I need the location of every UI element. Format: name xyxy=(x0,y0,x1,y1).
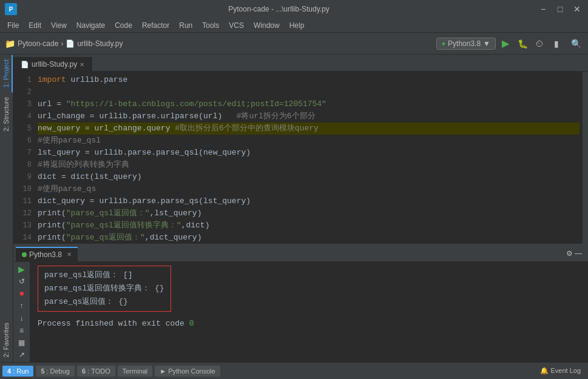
run-up-button[interactable]: ↑ xyxy=(15,301,29,310)
output-line-1: parse_qsl返回值： [] xyxy=(44,269,164,282)
code-content[interactable]: import urllib.parse url = "https://i-bet… xyxy=(35,72,582,244)
project-breadcrumb: 📁 Pytoon-cade › 📄 urllib-Study.py xyxy=(5,39,123,49)
maximize-button[interactable]: □ xyxy=(554,3,566,15)
profile-button[interactable]: ⏲ xyxy=(532,36,547,51)
minimize-button[interactable]: − xyxy=(537,3,549,15)
chevron-down-icon: ▼ xyxy=(483,39,490,48)
run-rerun-button[interactable]: ↺ xyxy=(15,277,29,286)
notification-icon: 🔔 xyxy=(540,367,549,374)
run-tab-label: Python3.8 xyxy=(29,250,62,259)
app-logo: P xyxy=(5,3,17,15)
code-line-11: dict_query = urllib.parse.parse_qs(lst_q… xyxy=(38,195,580,207)
code-line-4: url_change = urllib.parse.urlparse(url) … xyxy=(38,110,580,122)
menubar: File Edit View Navigate Code Refactor Ru… xyxy=(0,18,588,33)
code-line-14: print("parse_qs返回值：",dict_query) xyxy=(38,232,580,244)
output-line-3: parse_qs返回值： {} xyxy=(44,295,164,309)
bottom-tab-todo[interactable]: 6: TODO xyxy=(77,366,115,377)
output-line-2: parse_qsl返回值转换字典： {} xyxy=(44,282,164,295)
tab-close-button[interactable]: ✕ xyxy=(79,61,84,68)
code-line-2 xyxy=(38,86,580,98)
menu-code[interactable]: Code xyxy=(110,20,137,31)
python-interpreter-selector[interactable]: ● Python3.8 ▼ xyxy=(436,38,496,50)
search-everywhere-button[interactable]: 🔍 xyxy=(569,36,583,51)
code-editor[interactable]: 12345 678910 1112131415 16 import urllib… xyxy=(13,72,588,244)
code-line-8: #将返回的列表转换为字典 xyxy=(38,159,580,171)
python-version-label: Python3.8 xyxy=(448,39,481,48)
editor-area: 📄 urllib-Study.py ✕ 12345 678910 1112131… xyxy=(13,55,588,362)
python-file-icon: 📄 xyxy=(21,61,29,69)
window-title: Pytoon-cade - ...\urllib-Study.py xyxy=(21,5,537,13)
run-status-dot xyxy=(22,252,27,257)
run-panel-content: ▶ ↺ ■ ↑ ↓ ≡ ▦ ↗ parse_qsl返回值： [] parse_q… xyxy=(13,262,588,362)
run-play-button[interactable]: ▶ xyxy=(15,264,29,274)
close-button[interactable]: ✕ xyxy=(571,3,583,15)
python-icon: ● xyxy=(442,40,445,47)
debug-tab-number: 5 xyxy=(41,367,44,375)
code-line-10: #使用parse_qs xyxy=(38,183,580,195)
toolbar: 📁 Pytoon-cade › 📄 urllib-Study.py ● Pyth… xyxy=(0,33,588,55)
run-tab-number: 4 xyxy=(7,367,11,375)
bottom-tab-python-console[interactable]: ► Python Console xyxy=(155,366,220,377)
menu-refactor[interactable]: Refactor xyxy=(137,20,174,31)
sidebar-tab-favorites[interactable]: 2: Favorites xyxy=(0,318,13,362)
run-wrap-button[interactable]: ≡ xyxy=(15,326,29,335)
menu-run[interactable]: Run xyxy=(174,20,197,31)
run-panel-tabs: Python3.8 ✕ ⚙ — xyxy=(13,245,588,262)
code-line-9: dict = dict(lst_query) xyxy=(38,171,580,183)
debug-tab-text: Debug xyxy=(50,367,70,375)
run-sidebar: ▶ ↺ ■ ↑ ↓ ≡ ▦ ↗ xyxy=(13,262,30,362)
window-controls: − □ ✕ xyxy=(537,3,583,15)
left-sidebar: 1: Project 2: Structure 2: Favorites xyxy=(0,55,13,362)
right-scrollbar[interactable] xyxy=(582,72,588,244)
menu-vcs[interactable]: VCS xyxy=(224,20,249,31)
main-area: 1: Project 2: Structure 2: Favorites 📄 u… xyxy=(0,55,588,362)
coverage-button[interactable]: ▮ xyxy=(549,36,564,51)
menu-edit[interactable]: Edit xyxy=(24,20,46,31)
sidebar-tab-structure[interactable]: 2: Structure xyxy=(0,92,13,136)
bottom-tab-debug[interactable]: 5: Debug xyxy=(36,366,75,377)
run-stop-button[interactable]: ■ xyxy=(15,289,29,298)
run-settings-button[interactable]: ⚙ — xyxy=(563,248,586,259)
run-button[interactable]: ▶ xyxy=(498,36,513,51)
process-finished-line: Process finished with exit code 0 xyxy=(38,319,581,328)
menu-window[interactable]: Window xyxy=(249,20,285,31)
sidebar-tab-project[interactable]: 1: Project xyxy=(0,55,13,92)
menu-help[interactable]: Help xyxy=(285,20,309,31)
exit-code: 0 xyxy=(189,319,194,328)
todo-tab-text: TODO xyxy=(91,367,110,375)
run-expand-button[interactable]: ↗ xyxy=(15,350,29,360)
breadcrumb-filename: urllib-Study.py xyxy=(77,39,123,48)
debug-button[interactable]: 🐛 xyxy=(515,36,530,51)
menu-view[interactable]: View xyxy=(46,20,72,31)
run-tab-close[interactable]: ✕ xyxy=(67,251,72,258)
file-tabs: 📄 urllib-Study.py ✕ xyxy=(13,55,588,72)
file-icon: 📄 xyxy=(66,39,75,48)
bottom-toolbar: 4: Run 5: Debug 6: TODO Terminal ► Pytho… xyxy=(0,362,588,379)
bottom-panel: Python3.8 ✕ ⚙ — ▶ ↺ ■ ↑ ↓ ≡ ▦ ↗ xyxy=(13,244,588,362)
event-log-button[interactable]: 🔔 Event Log xyxy=(535,365,586,377)
run-down-button[interactable]: ↓ xyxy=(15,314,29,323)
code-line-6: #使用parse_qsl xyxy=(38,135,580,147)
python-console-icon: ► xyxy=(160,367,166,375)
run-filter-button[interactable]: ▦ xyxy=(15,338,29,347)
file-tab-label: urllib-Study.py xyxy=(32,60,77,69)
project-name: Pytoon-cade xyxy=(18,39,58,48)
menu-file[interactable]: File xyxy=(2,20,24,31)
output-box: parse_qsl返回值： [] parse_qsl返回值转换字典： {} pa… xyxy=(38,266,171,312)
terminal-tab-text: Terminal xyxy=(123,367,148,375)
code-line-5: new_query = url_change.query #取出拆分后6个部分中… xyxy=(38,122,580,135)
file-tab-urllib-study[interactable]: 📄 urllib-Study.py ✕ xyxy=(13,57,92,71)
bottom-tab-terminal[interactable]: Terminal xyxy=(118,366,153,377)
todo-tab-number: 6 xyxy=(82,367,86,375)
code-line-7: lst_query = urllib.parse.parse_qsl(new_q… xyxy=(38,147,580,159)
menu-tools[interactable]: Tools xyxy=(197,20,224,31)
bottom-tab-run[interactable]: 4: Run xyxy=(2,366,33,377)
folder-icon: 📁 xyxy=(5,39,15,49)
breadcrumb-sep: › xyxy=(61,39,63,48)
menu-navigate[interactable]: Navigate xyxy=(72,20,110,31)
code-line-3: url = "https://i-beta.cnblogs.com/posts/… xyxy=(38,98,580,110)
line-numbers: 12345 678910 1112131415 16 xyxy=(13,72,35,244)
code-line-1: import urllib.parse xyxy=(38,74,580,86)
run-output: parse_qsl返回值： [] parse_qsl返回值转换字典： {} pa… xyxy=(30,262,588,362)
run-tab[interactable]: Python3.8 ✕ xyxy=(16,247,78,261)
